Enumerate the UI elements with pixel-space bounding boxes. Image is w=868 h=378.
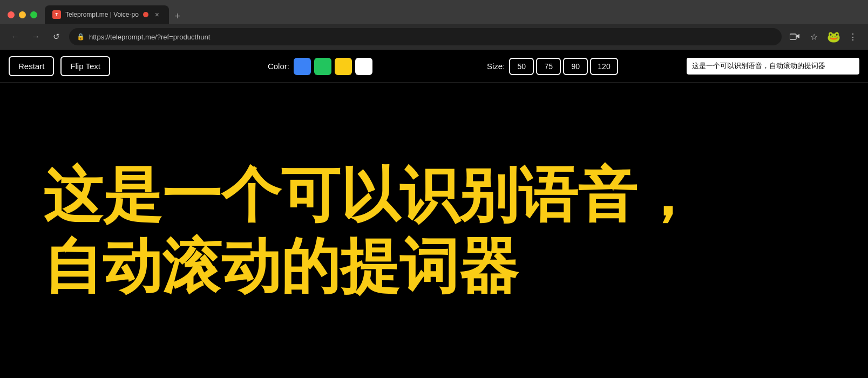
app-toolbar: Restart Flip Text Color: Size: 50 75 90 … bbox=[0, 50, 868, 83]
teleprompter-display: 这是一个可以识别语音， 自动滚动的提词器 bbox=[43, 159, 696, 302]
lock-icon: 🔒 bbox=[77, 33, 85, 40]
restart-button[interactable]: Restart bbox=[9, 56, 54, 76]
minimize-window-button[interactable] bbox=[19, 11, 26, 18]
tab-title: Teleprompt.me | Voice-po bbox=[65, 11, 139, 18]
svg-marker-1 bbox=[796, 34, 799, 38]
size-section: Size: 50 75 90 120 bbox=[487, 58, 618, 75]
maximize-window-button[interactable] bbox=[30, 11, 37, 18]
address-bar: ← → ↺ 🔒 https://teleprompt.me/?ref=produ… bbox=[0, 24, 868, 50]
address-text: https://teleprompt.me/?ref=producthunt bbox=[89, 33, 774, 41]
color-swatch-blue[interactable] bbox=[294, 58, 311, 75]
close-window-button[interactable] bbox=[8, 11, 15, 18]
text-input-area[interactable]: 这是一个可以识别语音，自动滚动的提词器 bbox=[687, 58, 859, 74]
size-label: Size: bbox=[487, 62, 505, 71]
size-button-75[interactable]: 75 bbox=[536, 58, 561, 75]
title-bar: T Teleprompt.me | Voice-po × + bbox=[0, 0, 868, 24]
browser-toolbar-right: ☆ 🐸 ⋮ bbox=[787, 29, 860, 44]
bookmark-icon[interactable]: ☆ bbox=[806, 29, 822, 44]
size-button-50[interactable]: 50 bbox=[509, 58, 534, 75]
reload-button[interactable]: ↺ bbox=[49, 29, 64, 44]
teleprompter-line-2: 自动滚动的提词器 bbox=[43, 231, 696, 302]
size-button-120[interactable]: 120 bbox=[590, 58, 618, 75]
address-input[interactable]: 🔒 https://teleprompt.me/?ref=producthunt bbox=[69, 28, 782, 45]
tab-bar: T Teleprompt.me | Voice-po × + bbox=[45, 5, 860, 24]
color-label: Color: bbox=[268, 62, 289, 71]
main-content: 这是一个可以识别语音， 自动滚动的提词器 bbox=[0, 83, 868, 378]
color-swatch-green[interactable] bbox=[314, 58, 331, 75]
color-swatches bbox=[294, 58, 372, 75]
back-button[interactable]: ← bbox=[8, 29, 23, 44]
tab-close-button[interactable]: × bbox=[153, 10, 161, 19]
menu-icon[interactable]: ⋮ bbox=[845, 29, 860, 44]
active-tab[interactable]: T Teleprompt.me | Voice-po × bbox=[45, 5, 169, 24]
color-swatch-white[interactable] bbox=[355, 58, 372, 75]
camera-icon[interactable] bbox=[787, 29, 802, 44]
tab-favicon: T bbox=[52, 10, 61, 19]
flip-text-button[interactable]: Flip Text bbox=[60, 56, 110, 76]
extension-icon[interactable]: 🐸 bbox=[826, 29, 841, 44]
size-button-90[interactable]: 90 bbox=[563, 58, 588, 75]
browser-chrome: T Teleprompt.me | Voice-po × + ← → ↺ 🔒 h… bbox=[0, 0, 868, 50]
traffic-lights bbox=[8, 11, 37, 18]
color-swatch-yellow[interactable] bbox=[335, 58, 352, 75]
recording-indicator bbox=[143, 12, 148, 17]
forward-button[interactable]: → bbox=[28, 29, 43, 44]
new-tab-button[interactable]: + bbox=[170, 9, 185, 24]
teleprompter-line-1: 这是一个可以识别语音， bbox=[43, 159, 696, 231]
svg-rect-0 bbox=[790, 34, 796, 39]
size-buttons: 50 75 90 120 bbox=[509, 58, 618, 75]
color-section: Color: bbox=[268, 58, 372, 75]
